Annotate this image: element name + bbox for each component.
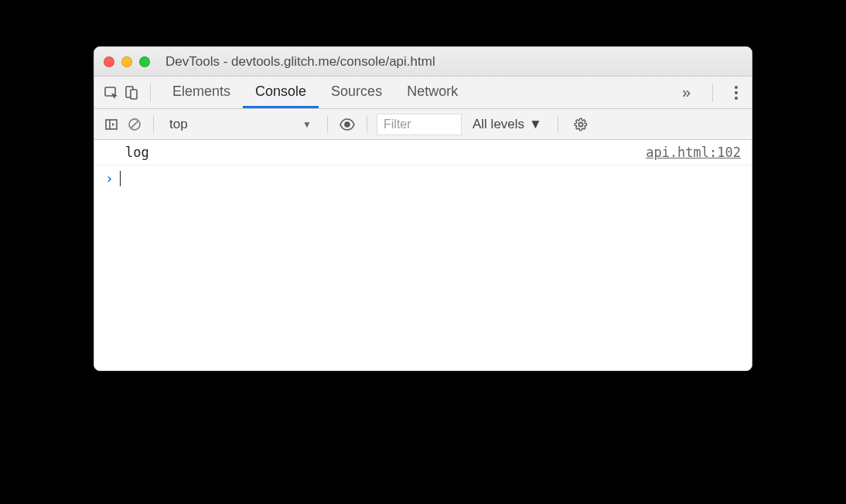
log-levels-selector[interactable]: All levels ▼ — [466, 117, 548, 132]
log-entry: log api.html:102 — [94, 140, 752, 165]
console-prompt[interactable]: › — [94, 165, 752, 191]
console-settings-icon[interactable] — [571, 114, 591, 135]
svg-rect-2 — [131, 90, 137, 99]
toolbar-divider — [367, 116, 367, 133]
svg-rect-3 — [106, 120, 117, 129]
toolbar-divider — [712, 83, 713, 102]
settings-menu-button[interactable] — [728, 86, 744, 100]
execution-context-selector[interactable]: top ▼ — [163, 117, 318, 132]
log-source-link[interactable]: api.html:102 — [646, 145, 741, 160]
maximize-window-button[interactable] — [139, 56, 150, 67]
levels-label: All levels — [472, 117, 524, 132]
panel-tabs: Elements Console Sources Network — [160, 77, 470, 108]
toolbar-divider — [153, 116, 154, 133]
tab-sources[interactable]: Sources — [319, 77, 394, 108]
clear-console-icon[interactable] — [125, 115, 144, 134]
input-cursor — [120, 171, 121, 186]
window-title: DevTools - devtools.glitch.me/console/ap… — [165, 54, 742, 70]
log-message: log — [125, 145, 149, 160]
console-output: log api.html:102 › — [94, 140, 752, 370]
svg-point-7 — [345, 122, 350, 127]
tab-elements[interactable]: Elements — [160, 77, 243, 108]
main-toolbar: Elements Console Sources Network » — [94, 77, 752, 109]
toolbar-divider — [558, 116, 558, 133]
tab-network[interactable]: Network — [394, 77, 470, 108]
toolbar-divider — [150, 83, 151, 102]
context-label: top — [169, 117, 188, 132]
chevron-down-icon: ▼ — [529, 117, 542, 132]
svg-line-6 — [131, 121, 138, 128]
filter-input[interactable] — [377, 114, 462, 135]
prompt-caret-icon: › — [105, 170, 114, 186]
more-tabs-button[interactable]: » — [676, 83, 697, 101]
minimize-window-button[interactable] — [121, 56, 132, 67]
chevron-down-icon: ▼ — [302, 119, 312, 130]
inspect-element-icon[interactable] — [102, 83, 121, 102]
toolbar-divider — [327, 116, 328, 133]
console-toolbar: top ▼ All levels ▼ — [94, 109, 752, 140]
devtools-window: DevTools - devtools.glitch.me/console/ap… — [94, 46, 752, 371]
window-controls — [104, 56, 150, 67]
live-expression-icon[interactable] — [337, 114, 357, 135]
titlebar: DevTools - devtools.glitch.me/console/ap… — [94, 47, 752, 77]
device-toolbar-icon[interactable] — [122, 83, 141, 102]
toggle-console-sidebar-icon[interactable] — [102, 115, 121, 134]
close-window-button[interactable] — [104, 56, 114, 67]
tab-console[interactable]: Console — [243, 77, 319, 108]
